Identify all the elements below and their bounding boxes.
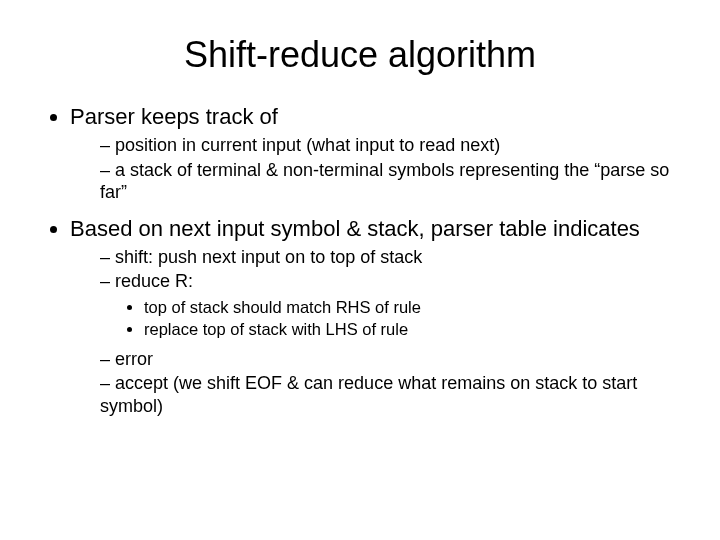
slide: Shift-reduce algorithm Parser keeps trac… [0, 0, 720, 540]
bullet-2-sub-2-sub: top of stack should match RHS of rule re… [100, 297, 680, 340]
slide-title: Shift-reduce algorithm [40, 34, 680, 76]
bullet-2-sub-2-sub-2: replace top of stack with LHS of rule [144, 319, 680, 340]
bullet-2: Based on next input symbol & stack, pars… [70, 216, 680, 418]
bullet-2-sub: shift: push next input on to top of stac… [70, 246, 680, 418]
bullet-1-text: Parser keeps track of [70, 104, 278, 129]
bullet-1: Parser keeps track of position in curren… [70, 104, 680, 204]
bullet-1-sub-2: a stack of terminal & non-terminal symbo… [100, 159, 680, 204]
bullet-1-sub: position in current input (what input to… [70, 134, 680, 204]
bullet-list: Parser keeps track of position in curren… [40, 104, 680, 417]
bullet-2-text: Based on next input symbol & stack, pars… [70, 216, 640, 241]
bullet-2-sub-1: shift: push next input on to top of stac… [100, 246, 680, 269]
bullet-2-sub-2-text: reduce R: [115, 271, 193, 291]
bullet-2-sub-3: error [100, 348, 680, 371]
bullet-1-sub-1: position in current input (what input to… [100, 134, 680, 157]
bullet-2-sub-2-sub-1: top of stack should match RHS of rule [144, 297, 680, 318]
bullet-2-sub-4: accept (we shift EOF & can reduce what r… [100, 372, 680, 417]
bullet-2-sub-2: reduce R: top of stack should match RHS … [100, 270, 680, 340]
